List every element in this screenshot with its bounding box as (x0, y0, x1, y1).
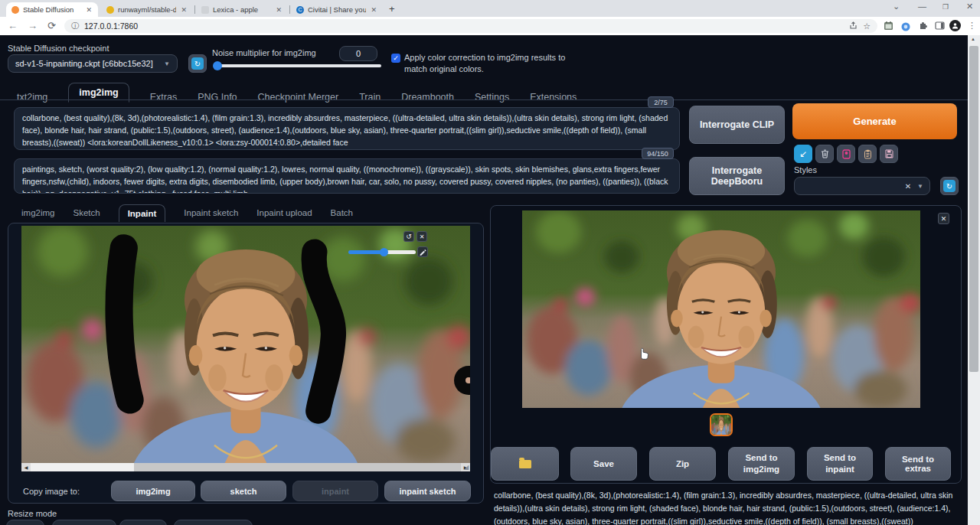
subtab-sketch[interactable]: Sketch (73, 208, 100, 222)
copy-to-inpaint-sketch-button[interactable]: inpaint sketch (384, 481, 471, 501)
brush-tool-icon[interactable] (417, 246, 428, 257)
bookmark-star-icon[interactable]: ☆ (863, 21, 871, 31)
scroll-left-icon[interactable]: ◀ (21, 463, 31, 471)
subtab-inpaint-upload[interactable]: Inpaint upload (256, 208, 312, 222)
browser-tab-civitai[interactable]: C Civitai | Share your models ✕ (291, 2, 383, 17)
hand-cursor (637, 346, 650, 360)
window-restore-icon[interactable]: ❐ (942, 3, 949, 11)
window-chevron-icon[interactable]: ⌄ (893, 2, 900, 11)
tab-png-info[interactable]: PNG Info (198, 92, 237, 103)
scrollbar-thumb[interactable] (31, 463, 134, 471)
window-minimize-icon[interactable]: — (918, 2, 926, 11)
browser-tab-runwayml[interactable]: runwayml/stable-diffusion-inpai ✕ (101, 2, 193, 17)
profile-avatar[interactable] (949, 20, 961, 31)
resize-grip-icon[interactable]: ◢ (464, 464, 469, 471)
noise-multiplier-slider[interactable] (214, 64, 381, 67)
tab-close-icon[interactable]: ✕ (180, 6, 188, 14)
tab-extensions[interactable]: Extensions (530, 92, 577, 103)
tab-train[interactable]: Train (359, 92, 381, 103)
subtab-batch[interactable]: Batch (331, 208, 353, 222)
color-correction-checkbox[interactable]: ✓ (391, 54, 400, 63)
copy-image-to-label: Copy image to: (23, 487, 80, 496)
tab-txt2img[interactable]: txt2img (17, 92, 47, 103)
address-bar[interactable]: ⓘ 127.0.0.1:7860 ☆ (64, 19, 877, 33)
folder-icon (519, 460, 531, 468)
extra-networks-button[interactable] (837, 145, 855, 163)
styles-select[interactable]: ✕ ▼ (794, 177, 930, 195)
send-to-img2img-button[interactable]: Send to img2img (728, 447, 795, 481)
tab-checkpoint-merger[interactable]: Checkpoint Merger (258, 92, 339, 103)
send-to-inpaint-button[interactable]: Send to inpaint (807, 447, 873, 481)
send-to-extras-button[interactable]: Send to extras (885, 447, 951, 481)
paste-generation-params-button[interactable]: ↙ (794, 145, 812, 163)
chevron-down-icon: ▼ (164, 60, 170, 67)
generate-button[interactable]: Generate (792, 103, 957, 139)
negative-prompt-textarea[interactable]: paintings, sketch, (worst quality:2), (l… (14, 158, 680, 194)
subtab-inpaint[interactable]: Inpaint (119, 204, 166, 222)
extensions-puzzle-icon[interactable] (918, 20, 928, 34)
noise-slider-handle[interactable] (213, 61, 222, 70)
share-icon[interactable] (849, 21, 858, 31)
apply-styles-button[interactable] (858, 145, 877, 163)
interrogate-deepbooru-button[interactable]: Interrogate DeepBooru (689, 157, 785, 195)
tab-extras[interactable]: Extras (150, 92, 177, 103)
resize-option-cutoff[interactable] (119, 520, 167, 525)
resize-option-cutoff[interactable] (52, 520, 116, 525)
tab-close-icon[interactable]: ✕ (275, 6, 283, 14)
tab-title: Civitai | Share your models (308, 5, 366, 14)
zip-button[interactable]: Zip (649, 447, 716, 481)
close-gallery-icon[interactable]: ✕ (938, 213, 949, 224)
tab-title: Lexica - apple (213, 5, 271, 14)
open-folder-button[interactable] (491, 447, 559, 481)
generated-image (522, 210, 920, 408)
tab-close-icon[interactable]: ✕ (85, 6, 93, 14)
browser-menu-kebab-icon[interactable]: ⋮ (968, 21, 976, 31)
tab-favicon: C (296, 6, 304, 14)
browser-tab-stable-diffusion[interactable]: Stable Diffusion ✕ (6, 2, 98, 17)
copy-to-img2img-button[interactable]: img2img (111, 481, 195, 501)
site-info-icon[interactable]: ⓘ (71, 21, 79, 31)
undo-icon[interactable]: ↺ (403, 231, 414, 242)
clear-icon[interactable]: ✕ (905, 182, 911, 191)
tab-settings[interactable]: Settings (475, 92, 509, 103)
clipboard-icon (864, 149, 872, 159)
clear-image-icon[interactable]: ✕ (416, 231, 427, 242)
forward-icon[interactable]: → (28, 20, 38, 31)
canvas-scrollbar[interactable]: ◀ ▶ (21, 463, 470, 471)
save-button[interactable]: Save (570, 447, 637, 481)
resize-option-cutoff[interactable] (174, 520, 253, 525)
checkpoint-select[interactable]: sd-v1-5-inpainting.ckpt [c6bbc15e32] ▼ (8, 54, 178, 73)
extension-blue-icon[interactable] (901, 21, 910, 34)
save-style-button[interactable] (880, 145, 898, 163)
tab-close-icon[interactable]: ✕ (370, 6, 377, 14)
subtab-inpaint-sketch[interactable]: Inpaint sketch (184, 208, 238, 222)
checkpoint-refresh-button[interactable]: ↻ (188, 54, 207, 73)
color-correction-label: Apply color correction to img2img result… (404, 52, 569, 75)
styles-refresh-button[interactable]: ↻ (940, 177, 959, 195)
clear-prompt-trash-button[interactable] (815, 145, 834, 163)
thumbnail-image (711, 415, 731, 435)
tab-dreambooth[interactable]: Dreambooth (401, 92, 454, 103)
url-text: 127.0.0.1:7860 (84, 21, 844, 31)
new-tab-button[interactable]: + (389, 3, 395, 15)
window-close-icon[interactable]: ✕ (966, 2, 973, 11)
brush-slider-handle[interactable] (380, 248, 388, 256)
refresh-icon: ↻ (943, 180, 956, 192)
browser-tab-lexica[interactable]: Lexica - apple ✕ (196, 2, 288, 17)
noise-multiplier-input[interactable]: 0 (339, 46, 377, 61)
copy-to-sketch-button[interactable]: sketch (201, 481, 286, 501)
side-panel-icon[interactable] (935, 20, 945, 34)
back-icon[interactable]: ← (8, 20, 18, 31)
gallery-thumbnail[interactable] (710, 413, 733, 436)
extension-calendar-icon[interactable] (884, 20, 893, 34)
resize-option-cutoff[interactable] (6, 520, 44, 525)
reload-icon[interactable]: ⟳ (47, 20, 56, 31)
result-image[interactable] (522, 210, 920, 408)
interrogate-clip-button[interactable]: Interrogate CLIP (689, 106, 785, 144)
subtab-img2img[interactable]: img2img (21, 208, 54, 222)
mask-strokes (21, 226, 470, 463)
inpaint-canvas[interactable]: ↺ ✕ (21, 226, 470, 463)
scrollbar-up-icon[interactable]: ▲ (971, 37, 975, 41)
prompt-textarea[interactable]: collarbone, (best quality),(8k, 3d),(pho… (14, 107, 680, 150)
page-scrollbar-thumb[interactable] (969, 46, 978, 372)
